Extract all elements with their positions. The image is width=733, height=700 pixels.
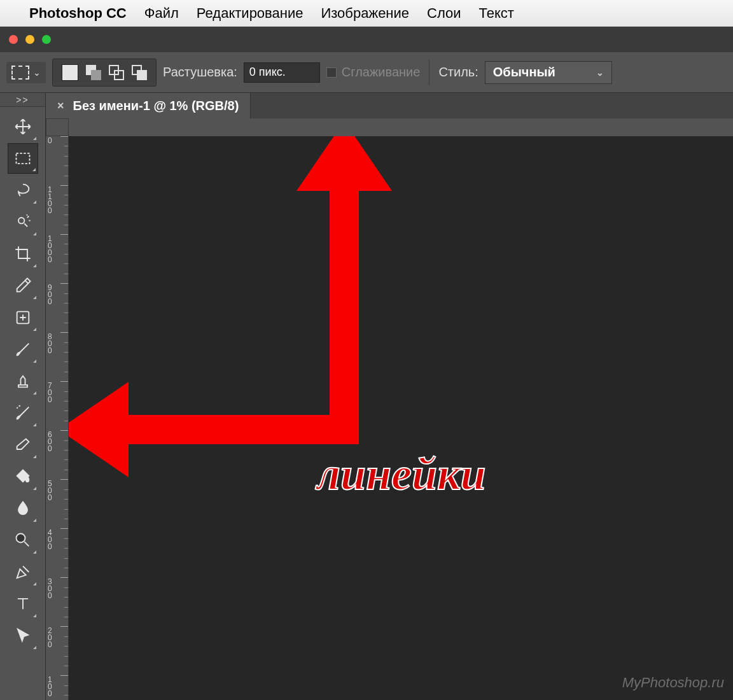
window-titlebar — [0, 27, 733, 52]
crop-tool[interactable] — [8, 239, 38, 269]
dodge-tool[interactable] — [8, 525, 38, 556]
svg-point-3 — [16, 534, 25, 543]
paint-bucket-tool[interactable] — [8, 461, 38, 492]
path-selection-tool[interactable] — [8, 620, 38, 651]
vertical-ruler[interactable]: 01 1 0 01 0 0 09 0 08 0 07 0 06 0 05 0 0… — [46, 136, 69, 700]
clone-stamp-tool[interactable] — [8, 366, 38, 396]
add-to-selection-icon[interactable] — [86, 65, 101, 80]
app-name[interactable]: Photoshop CC — [29, 5, 127, 22]
history-brush-tool[interactable] — [8, 398, 38, 428]
macos-menubar: Photoshop CC Файл Редактирование Изображ… — [0, 0, 733, 27]
move-tool[interactable] — [8, 111, 38, 142]
new-selection-icon[interactable] — [62, 64, 78, 81]
menu-image[interactable]: Изображение — [321, 5, 409, 22]
style-value: Обычный — [493, 65, 555, 80]
menu-file[interactable]: Файл — [144, 5, 179, 22]
current-tool-indicator[interactable]: ⌄ — [6, 62, 46, 83]
marquee-icon — [11, 66, 29, 80]
subtract-from-selection-icon[interactable] — [109, 65, 124, 80]
expand-panel-button[interactable]: >> — [0, 93, 45, 107]
eyedropper-tool[interactable] — [8, 270, 38, 301]
style-dropdown[interactable]: Обычный ⌄ — [485, 61, 612, 84]
rectangular-marquee-tool[interactable] — [8, 143, 38, 174]
pen-tool[interactable] — [8, 557, 38, 587]
selection-mode-group — [52, 59, 157, 87]
eraser-tool[interactable] — [8, 430, 38, 460]
blur-tool[interactable] — [8, 493, 38, 524]
ruler-origin[interactable] — [46, 118, 69, 136]
antialias-label: Сглаживание — [342, 65, 421, 80]
antialias-row: Сглаживание — [326, 65, 421, 80]
feather-label: Растушевка: — [163, 65, 237, 80]
svg-point-1 — [18, 218, 24, 223]
lasso-tool[interactable] — [8, 175, 38, 206]
type-tool[interactable] — [8, 589, 38, 619]
document-tab-title: Без имени-1 @ 1% (RGB/8) — [73, 99, 239, 113]
separator — [429, 60, 429, 85]
canvas[interactable]: линейки MyPhotoshop.ru — [69, 136, 733, 700]
watermark: MyPhotoshop.ru — [622, 675, 724, 691]
window-close-button[interactable] — [9, 35, 18, 44]
options-bar: ⌄ Растушевка: Сглаживание Стиль: Обычный… — [0, 52, 733, 93]
annotation-label: линейки — [317, 448, 486, 501]
healing-brush-tool[interactable] — [8, 302, 38, 333]
close-tab-icon[interactable]: × — [57, 99, 64, 113]
brush-tool[interactable] — [8, 334, 38, 365]
intersect-selection-icon[interactable] — [132, 65, 147, 80]
chevron-down-icon: ⌄ — [596, 67, 604, 78]
chevron-down-icon: ⌄ — [33, 67, 41, 78]
tool-panel: >> — [0, 93, 46, 700]
style-label: Стиль: — [438, 65, 478, 80]
window-zoom-button[interactable] — [42, 35, 51, 44]
svg-rect-0 — [16, 153, 29, 164]
document-tab[interactable]: × Без имени-1 @ 1% (RGB/8) — [46, 93, 251, 118]
menu-layers[interactable]: Слои — [427, 5, 461, 22]
feather-input[interactable] — [244, 62, 320, 83]
window-minimize-button[interactable] — [25, 35, 34, 44]
menu-text[interactable]: Текст — [479, 5, 514, 22]
antialias-checkbox[interactable] — [326, 67, 337, 78]
menu-edit[interactable]: Редактирование — [197, 5, 304, 22]
document-tab-bar: × Без имени-1 @ 1% (RGB/8) — [46, 93, 733, 118]
quick-selection-tool[interactable] — [8, 207, 38, 237]
